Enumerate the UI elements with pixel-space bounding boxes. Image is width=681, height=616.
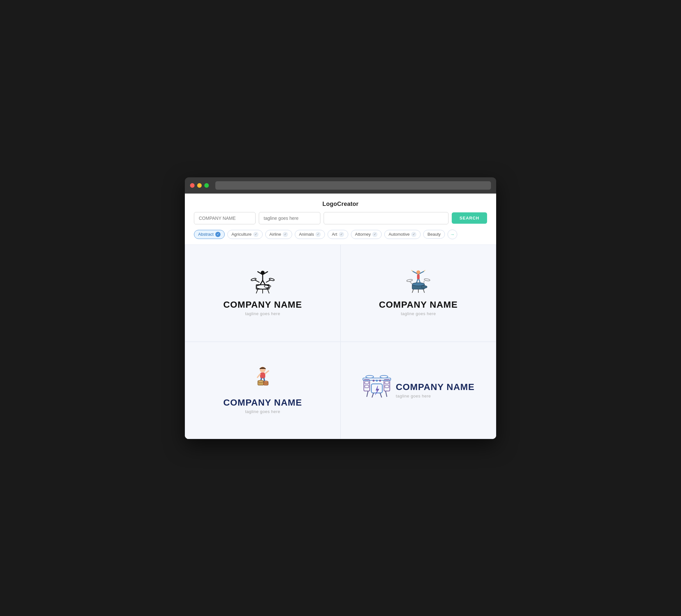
svg-line-4 (260, 280, 263, 284)
svg-line-37 (265, 371, 269, 374)
check-icon: ✓ (316, 232, 321, 237)
svg-line-55 (367, 391, 368, 397)
svg-point-61 (379, 380, 381, 382)
logo-tagline-4: tagline goes here (396, 393, 475, 399)
browser-titlebar (185, 177, 496, 194)
filter-chip-animals[interactable]: Animals ✓ (295, 230, 325, 239)
svg-point-31 (417, 271, 420, 274)
filter-chip-automotive[interactable]: Automotive ✓ (384, 230, 421, 239)
logo-inline-text: COMPANY NAME tagline goes here (396, 382, 475, 399)
svg-line-38 (257, 374, 260, 377)
logo-tagline-3: tagline goes here (245, 409, 280, 414)
svg-line-13 (256, 289, 258, 293)
keyword-input[interactable] (324, 212, 449, 224)
address-bar (215, 181, 491, 190)
svg-rect-46 (365, 381, 369, 384)
filter-chip-attorney[interactable]: Attorney ✓ (351, 230, 382, 239)
svg-point-44 (263, 381, 268, 383)
search-bar: SEARCH (185, 212, 496, 230)
filter-label: Beauty (427, 232, 440, 237)
filter-label: Automotive (388, 232, 409, 237)
check-icon: ✓ (215, 232, 221, 237)
logo-card-2[interactable]: COMPANY NAME tagline goes here (340, 245, 496, 342)
svg-line-5 (263, 280, 265, 284)
filter-chip-airline[interactable]: Airline ✓ (265, 230, 292, 239)
svg-point-59 (373, 380, 375, 382)
svg-line-58 (380, 393, 382, 397)
svg-point-60 (376, 380, 378, 382)
filter-bar: Abstract ✓ Agriculture ✓ Airline ✓ Anima… (185, 230, 496, 245)
drum-icon-1 (248, 270, 277, 296)
logo-inline-layout: COMPANY NAME tagline goes here (362, 375, 475, 406)
app-content: LogoCreator SEARCH Abstract ✓ Agricultur… (185, 194, 496, 439)
svg-line-32 (412, 289, 413, 293)
svg-line-29 (424, 281, 424, 283)
svg-line-57 (372, 393, 374, 397)
logo-tagline-1: tagline goes here (245, 311, 280, 316)
svg-point-43 (258, 380, 263, 382)
svg-line-14 (268, 289, 269, 293)
search-button[interactable]: SEARCH (452, 212, 487, 224)
logo-card-1[interactable]: COMPANY NAME tagline goes here (185, 245, 340, 342)
tagline-input[interactable] (259, 212, 320, 224)
svg-line-27 (409, 281, 412, 284)
svg-rect-47 (365, 385, 369, 388)
svg-rect-21 (417, 274, 420, 280)
maximize-button[interactable] (204, 183, 209, 188)
browser-window: LogoCreator SEARCH Abstract ✓ Agricultur… (185, 177, 496, 439)
svg-line-20 (424, 270, 426, 272)
logo-company-name-4: COMPANY NAME (396, 382, 475, 392)
logo-tagline-2: tagline goes here (401, 311, 436, 316)
filter-label: Animals (299, 232, 314, 237)
logo-company-name-3: COMPANY NAME (223, 397, 302, 408)
check-icon: ✓ (253, 232, 258, 237)
drum-icon-2 (404, 270, 433, 296)
filter-chip-abstract[interactable]: Abstract ✓ (194, 230, 225, 239)
svg-rect-50 (385, 385, 389, 388)
svg-line-33 (423, 289, 425, 293)
svg-line-56 (385, 391, 387, 397)
svg-point-30 (421, 286, 427, 288)
minimize-button[interactable] (197, 183, 202, 188)
filter-chip-agriculture[interactable]: Agriculture ✓ (227, 230, 263, 239)
check-icon: ✓ (411, 232, 417, 237)
svg-point-53 (366, 376, 374, 378)
filter-label: Agriculture (231, 232, 252, 237)
filter-label: Airline (270, 232, 281, 237)
logo-card-3[interactable]: COMPANY NAME tagline goes here (185, 342, 340, 439)
svg-rect-49 (385, 381, 389, 384)
svg-point-6 (256, 285, 269, 289)
drum-icon-4 (362, 375, 392, 402)
close-button[interactable] (190, 183, 195, 188)
check-icon: ✓ (372, 232, 377, 237)
svg-point-54 (380, 376, 388, 378)
logo-card-4[interactable]: COMPANY NAME tagline goes here (340, 342, 496, 439)
logo-company-name-2: COMPANY NAME (379, 300, 458, 310)
svg-point-25 (412, 283, 425, 286)
drum-icon-3 (247, 366, 278, 393)
check-icon: ✓ (339, 232, 344, 237)
app-title: LogoCreator (185, 194, 496, 212)
logo-company-name-1: COMPANY NAME (223, 300, 302, 310)
svg-point-28 (424, 278, 430, 281)
filter-label: Attorney (355, 232, 371, 237)
next-filters-button[interactable]: → (448, 230, 457, 239)
filter-label: Abstract (198, 232, 214, 237)
company-name-input[interactable] (194, 212, 255, 224)
check-icon: ✓ (283, 232, 288, 237)
filter-chip-art[interactable]: Art ✓ (328, 230, 348, 239)
svg-line-19 (411, 270, 413, 272)
filter-chip-beauty[interactable]: Beauty (423, 230, 445, 239)
svg-rect-36 (260, 373, 265, 378)
logo-grid: COMPANY NAME tagline goes here (185, 245, 496, 439)
filter-label: Art (332, 232, 337, 237)
